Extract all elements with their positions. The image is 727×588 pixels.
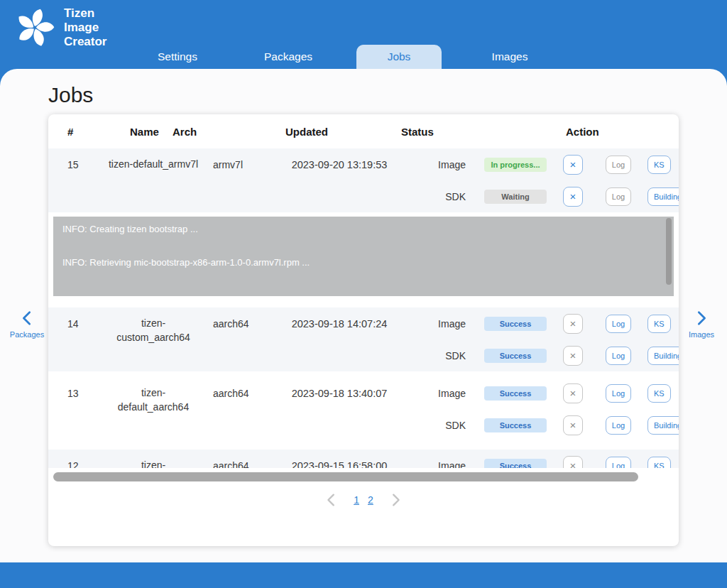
close-icon: × [570,459,576,468]
chevron-right-icon [694,310,709,326]
log-vertical-scrollbar[interactable] [666,218,672,285]
log-button[interactable]: Log [606,347,631,365]
job-id: 15 [48,148,106,180]
main-nav: Settings Packages Jobs Images [122,45,565,69]
subrow-kind-label: Image [410,307,479,339]
page-title: Jobs [48,83,727,107]
subrow-kind-label: SDK [410,339,479,371]
column-header-action: Action [566,126,599,138]
job-updated: 2023-09-18 14:07:24 [268,307,410,339]
table-horizontal-scrollbar[interactable] [53,472,638,481]
log-button[interactable]: Log [606,457,631,469]
chevron-left-icon [19,310,35,326]
subrow-kind-label: Image [410,450,479,468]
status-badge: Success [484,418,547,432]
job-log-wrapper: INFO: Creating tizen bootstrap ... INFO:… [53,217,674,296]
tizen-pinwheel-logo-icon [13,4,57,51]
subrow-kind-label: SDK [410,180,479,212]
subrow-kind-label: Image [410,148,479,180]
tab-images[interactable]: Images [454,45,565,69]
jobs-table-header: # Name Arch Updated Status Action [48,114,679,148]
tab-packages[interactable]: Packages [233,45,344,69]
ks-button[interactable]: KS [647,156,671,174]
status-badge: Waiting [484,190,547,204]
job-row-15: 15 tizen-default_armv7l armv7l 2023-09-2… [48,148,679,212]
building-button[interactable]: Building... [647,187,679,206]
log-button[interactable]: Log [606,384,631,403]
log-line: INFO: Creating tizen bootstrap ... [62,224,657,234]
app-header: Tizen Image Creator Settings Packages Jo… [0,0,727,69]
side-nav-images[interactable]: Images [680,310,723,339]
main-panel: Jobs # Name Arch Updated Status Action 1… [0,69,727,562]
job-row-13: 13 tizen-default_aarch64 aarch64 2023-09… [48,377,679,441]
column-header-number: # [67,126,73,138]
page-links: 1 2 [354,494,373,506]
log-button[interactable]: Log [606,315,631,333]
tab-jobs[interactable]: Jobs [356,45,442,69]
job-name: tizen-default_armv7l [106,148,200,212]
job-arch: aarch64 [200,377,268,409]
column-header-arch: Arch [173,126,197,138]
log-button[interactable]: Log [606,187,631,206]
close-icon: × [570,158,576,170]
job-updated: 2023-09-18 13:40:07 [268,377,410,409]
page-link-1[interactable]: 1 [354,494,359,506]
status-badge: Success [484,459,547,469]
close-icon: × [570,419,576,431]
column-header-updated: Updated [285,126,328,138]
job-updated: 2023-09-15 16:58:00 [268,450,410,468]
cancel-button[interactable]: × [563,456,583,469]
bottom-bar [0,562,727,588]
pagination-prev-icon[interactable] [324,492,339,508]
status-badge: Success [484,317,547,331]
cancel-button[interactable]: × [563,383,583,403]
building-button[interactable]: Building... [647,416,679,435]
ks-button[interactable]: KS [647,457,671,469]
close-icon: × [570,190,576,202]
status-badge: In progress... [484,158,547,172]
job-id: 14 [48,307,106,339]
brand: Tizen Image Creator [13,4,106,51]
job-arch: armv7l [200,148,268,180]
close-icon: × [570,317,576,330]
job-log-output[interactable]: INFO: Creating tizen bootstrap ... INFO:… [53,217,674,296]
column-header-status: Status [401,126,434,138]
pagination: 1 2 [48,492,679,508]
cancel-button[interactable]: × [563,314,583,334]
pagination-next-icon[interactable] [388,492,403,508]
building-button[interactable]: Building... [647,347,679,365]
cancel-button[interactable]: × [563,346,583,366]
ks-button[interactable]: KS [647,315,671,333]
app-title: Tizen Image Creator [64,6,106,49]
page-link-2[interactable]: 2 [368,494,373,506]
job-arch: aarch64 [200,450,268,468]
subrow-kind-label: SDK [410,409,479,441]
job-row-12: 12 tizen- aarch64 2023-09-15 16:58:00 Im… [48,450,679,468]
job-id: 13 [48,377,106,409]
side-nav-label: Packages [6,330,48,339]
cancel-button[interactable]: × [563,415,583,435]
log-line: INFO: Retrieving mic-bootstrap-x86-arm-1… [62,257,657,268]
cancel-button[interactable]: × [563,187,583,207]
log-button[interactable]: Log [606,156,631,174]
subrow-kind-label: Image [410,377,479,409]
status-badge: Success [484,386,547,401]
column-header-name: Name [130,126,159,138]
job-row-14: 14 tizen-custom_aarch64 aarch64 2023-09-… [48,307,679,371]
job-updated: 2023-09-20 13:19:53 [268,148,410,180]
job-name: tizen-default_aarch64 [106,377,200,441]
job-id: 12 [48,450,106,468]
log-button[interactable]: Log [606,416,631,435]
ks-button[interactable]: KS [647,384,671,403]
job-name: tizen- [106,450,200,468]
close-icon: × [570,349,576,361]
job-arch: aarch64 [200,307,268,339]
close-icon: × [570,387,576,399]
jobs-card: # Name Arch Updated Status Action 15 tiz… [48,114,679,546]
status-badge: Success [484,349,547,363]
cancel-button[interactable]: × [563,155,583,175]
job-name: tizen-custom_aarch64 [106,307,200,371]
side-nav-packages[interactable]: Packages [6,310,48,339]
tab-settings[interactable]: Settings [122,45,233,69]
side-nav-label: Images [680,330,723,339]
